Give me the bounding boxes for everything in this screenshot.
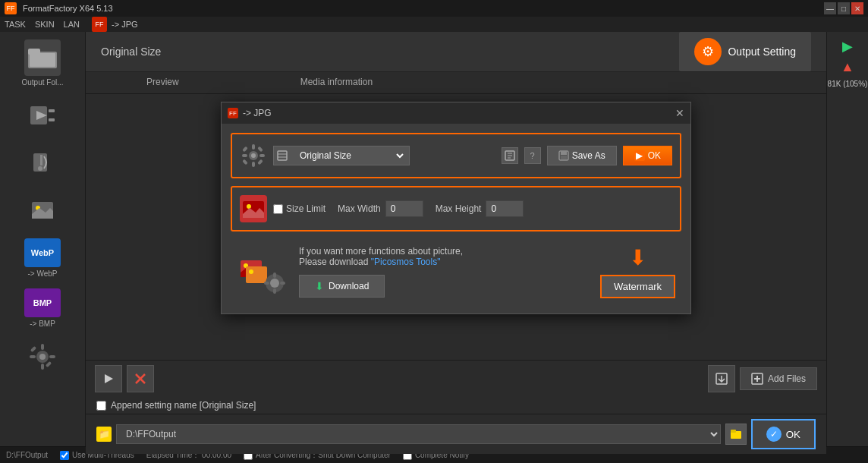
app-title: FormatFactory X64 5.13: [23, 4, 113, 13]
svg-rect-60: [731, 430, 736, 433]
action-buttons-row: Add Files: [86, 361, 826, 397]
picosmos-line2: Please download "Picosmos Tools": [299, 257, 591, 267]
svg-marker-52: [105, 374, 113, 383]
save-icon: [558, 150, 569, 161]
size-limit-checkbox[interactable]: [273, 204, 283, 214]
sidebar: Output Fol... WebP -> WebP BMP: [0, 32, 86, 446]
sidebar-item-image[interactable]: [0, 187, 85, 232]
max-height-input[interactable]: [486, 200, 524, 217]
size-limit-section: Size Limit Max Width Max Height: [231, 186, 681, 232]
svg-point-13: [39, 354, 46, 360]
download-button-container: ⬇ Download: [299, 275, 591, 298]
size-icon: [277, 150, 288, 161]
svg-rect-28: [242, 159, 248, 165]
sidebar-item-tools[interactable]: [0, 334, 85, 380]
help-button[interactable]: ?: [524, 147, 541, 164]
svg-rect-18: [30, 346, 36, 352]
close-button[interactable]: ✕: [851, 2, 863, 14]
delete-icon: [134, 372, 147, 386]
append-checkbox[interactable]: [96, 401, 106, 411]
right-sidebar: ▶ ▲ 81K (105%): [826, 32, 868, 446]
minimize-button[interactable]: —: [824, 2, 836, 14]
ok-button[interactable]: ▶ OK: [623, 146, 672, 165]
dialog-icon: FF: [228, 108, 238, 118]
max-width-input[interactable]: [385, 200, 423, 217]
svg-rect-27: [257, 159, 263, 165]
dialog-body: Original Size ?: [222, 124, 690, 313]
append-label: Append setting name [Original Size]: [111, 400, 256, 411]
ok-check-icon: ✓: [766, 427, 782, 442]
svg-rect-30: [278, 151, 287, 160]
svg-rect-38: [561, 151, 567, 155]
resolution-icon-button[interactable]: [502, 147, 518, 164]
size-section: Original Size ?: [231, 133, 681, 178]
play-button[interactable]: ▶: [842, 38, 853, 55]
add-files-label: Add Files: [768, 373, 806, 384]
browse-folder-button[interactable]: [725, 424, 747, 445]
main-ok-button[interactable]: ✓ OK: [751, 419, 816, 449]
svg-rect-48: [273, 272, 276, 278]
menu-skin[interactable]: SKIN: [35, 20, 55, 29]
dialog-overlay: FF -> JPG ✕: [86, 94, 826, 360]
sidebar-label-webp: -> WebP: [28, 269, 58, 278]
svg-point-45: [249, 269, 253, 274]
sidebar-item-video[interactable]: [0, 93, 85, 138]
export-icon: [715, 372, 728, 386]
svg-rect-16: [30, 355, 36, 358]
append-row: Append setting name [Original Size]: [86, 397, 826, 414]
multi-threads-checkbox[interactable]: [60, 451, 69, 460]
svg-rect-26: [242, 146, 248, 153]
content-topbar: Original Size ⚙ Output Setting: [86, 32, 826, 72]
go-button[interactable]: [95, 365, 122, 392]
status-output-path: D:\FFOutput: [6, 451, 48, 459]
sidebar-item-bmp[interactable]: BMP -> BMP: [0, 284, 85, 332]
menu-lan[interactable]: LAN: [64, 20, 80, 29]
dialog-close-button[interactable]: ✕: [675, 107, 684, 119]
svg-rect-44: [246, 266, 267, 283]
size-limit-label[interactable]: Size Limit: [273, 203, 326, 214]
sidebar-item-audio[interactable]: [0, 140, 85, 185]
svg-rect-50: [264, 282, 269, 285]
up-button[interactable]: ▲: [841, 59, 854, 75]
picosmos-text-area: If you want more functions about picture…: [299, 246, 591, 298]
download-icon: ⬇: [315, 280, 324, 292]
tab-media-info[interactable]: Media information: [240, 72, 433, 93]
size-limit-controls: Size Limit Max Width Max Height: [273, 200, 672, 217]
svg-point-8: [38, 166, 42, 171]
save-as-button[interactable]: Save As: [547, 146, 617, 165]
tab-bar: Preview Media information: [86, 72, 826, 94]
watermark-area: ⬇ Watermark: [600, 245, 675, 298]
svg-rect-51: [280, 282, 285, 285]
ok-label: OK: [786, 429, 800, 440]
svg-rect-29: [257, 146, 263, 153]
add-files-button[interactable]: Add Files: [740, 367, 817, 390]
svg-point-41: [247, 204, 251, 209]
watermark-button[interactable]: Watermark: [600, 275, 675, 298]
size-dropdown-container: Original Size: [273, 146, 495, 165]
tab-preview[interactable]: Preview: [86, 72, 240, 93]
sidebar-item-webp[interactable]: WebP -> WebP: [0, 234, 85, 282]
open-folder-icon: [730, 428, 742, 440]
delete-button[interactable]: [127, 365, 154, 392]
picosmos-icon: [237, 245, 290, 298]
image-icon: [240, 195, 267, 222]
size-select[interactable]: Original Size: [291, 146, 406, 165]
main-content: Original Size ⚙ Output Setting Preview M…: [86, 32, 826, 446]
jpg-dialog: FF -> JPG ✕: [221, 102, 691, 314]
sidebar-item-output-folder[interactable]: Output Fol...: [0, 35, 85, 91]
export-button[interactable]: [708, 365, 735, 392]
svg-rect-9: [40, 155, 42, 165]
maximize-button[interactable]: □: [838, 2, 850, 14]
size-gear-icon: [240, 142, 267, 169]
svg-rect-25: [259, 154, 265, 157]
picosmos-section: If you want more functions about picture…: [231, 239, 681, 304]
max-width-group: Max Width: [338, 200, 423, 217]
dialog-titlebar: FF -> JPG ✕: [222, 102, 690, 124]
output-setting-button[interactable]: ⚙ Output Setting: [679, 32, 811, 71]
menu-task[interactable]: TASK: [5, 20, 26, 29]
sidebar-label-bmp: -> BMP: [30, 320, 55, 328]
download-button[interactable]: ⬇ Download: [299, 275, 385, 298]
folder-icon: 📁: [96, 427, 112, 442]
output-path-select[interactable]: D:\FFOutput: [116, 424, 721, 444]
svg-rect-2: [30, 53, 55, 67]
